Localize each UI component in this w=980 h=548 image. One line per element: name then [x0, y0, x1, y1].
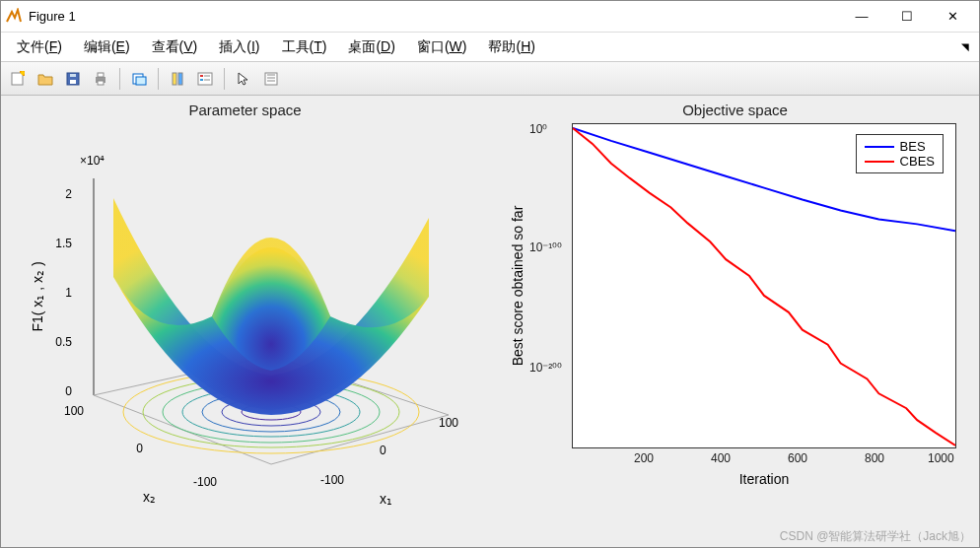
svg-rect-13: [200, 75, 203, 77]
svg-text:0.5: 0.5: [55, 335, 72, 349]
figure-area: Parameter space ×10⁴ 2 1.5 1 0.5 0 F1( x…: [1, 96, 979, 547]
new-figure-button[interactable]: [5, 66, 31, 92]
x-tick: 800: [865, 451, 884, 465]
menu-insert[interactable]: 插入(I): [209, 34, 269, 60]
svg-text:100: 100: [439, 416, 458, 430]
svg-text:-100: -100: [193, 475, 217, 489]
plot-title: Objective space: [495, 102, 975, 118]
svg-text:0: 0: [136, 442, 143, 455]
svg-text:F1( x₁ , x₂ ): F1( x₁ , x₂ ): [30, 261, 45, 331]
svg-text:×10⁴: ×10⁴: [80, 154, 105, 168]
x-tick: 200: [634, 451, 654, 465]
axes: BES CBES Best score obtained so far Iter…: [572, 123, 956, 448]
objective-space-plot[interactable]: Objective space BES CBES Best score obta…: [495, 100, 975, 543]
data-cursor-button[interactable]: [258, 66, 284, 92]
surface-chart: ×10⁴ 2 1.5 1 0.5 0 F1( x₁ , x₂ ): [25, 119, 478, 533]
x-axis-label: Iteration: [739, 471, 790, 487]
svg-text:x₁: x₁: [380, 491, 392, 507]
menu-window[interactable]: 窗口(W): [407, 34, 477, 60]
svg-rect-11: [178, 73, 182, 85]
svg-text:1: 1: [65, 286, 72, 300]
menu-help[interactable]: 帮助(H): [478, 34, 544, 60]
legend-item-bes: BES: [865, 139, 935, 154]
menubar: 文件(F) 编辑(E) 查看(V) 插入(I) 工具(T) 桌面(D) 窗口(W…: [1, 33, 979, 62]
svg-rect-0: [12, 73, 23, 85]
x-tick: 1000: [928, 451, 954, 465]
titlebar: Figure 1 — ☐ ✕: [1, 1, 979, 33]
svg-text:x₂: x₂: [143, 489, 156, 505]
legend-item-cbes: CBES: [865, 154, 935, 169]
insert-legend-button[interactable]: [192, 66, 218, 92]
svg-text:2: 2: [65, 187, 72, 201]
save-button[interactable]: [60, 66, 86, 92]
matlab-icon: [5, 8, 23, 26]
close-button[interactable]: ✕: [930, 2, 975, 32]
y-axis-label: Best score obtained so far: [510, 206, 525, 367]
pointer-button[interactable]: [231, 66, 256, 92]
menu-view[interactable]: 查看(V): [142, 34, 208, 60]
maximize-button[interactable]: ☐: [884, 2, 930, 32]
toolbar-separator: [119, 68, 120, 90]
svg-point-1: [21, 71, 25, 75]
toolbar: [1, 62, 979, 96]
svg-rect-10: [173, 73, 176, 85]
svg-rect-4: [70, 74, 76, 77]
svg-text:-100: -100: [320, 473, 344, 487]
svg-rect-14: [200, 79, 203, 81]
toolbar-separator: [158, 68, 159, 90]
window-title: Figure 1: [29, 9, 839, 24]
open-button[interactable]: [33, 66, 58, 92]
svg-rect-7: [98, 81, 104, 85]
svg-text:1.5: 1.5: [55, 237, 72, 250]
legend[interactable]: BES CBES: [856, 134, 944, 173]
link-axes-button[interactable]: [126, 66, 152, 92]
svg-rect-6: [98, 73, 104, 77]
menu-desktop[interactable]: 桌面(D): [338, 34, 404, 60]
svg-text:0: 0: [65, 384, 72, 398]
y-tick: 10⁰: [529, 122, 547, 136]
svg-text:100: 100: [64, 404, 84, 418]
menu-file[interactable]: 文件(F): [7, 34, 72, 60]
svg-text:0: 0: [380, 444, 386, 457]
x-tick: 600: [788, 451, 807, 465]
watermark: CSDN @智能算法研学社（Jack旭）: [780, 528, 971, 545]
menu-edit[interactable]: 编辑(E): [74, 34, 140, 60]
svg-rect-3: [70, 80, 76, 84]
minimize-button[interactable]: —: [839, 2, 884, 32]
menu-tools[interactable]: 工具(T): [272, 34, 337, 60]
menu-overflow-icon[interactable]: ◥: [957, 37, 973, 56]
y-tick: 10⁻²⁰⁰: [529, 361, 562, 375]
svg-rect-9: [136, 77, 146, 85]
plot-title: Parameter space: [5, 102, 485, 118]
y-tick: 10⁻¹⁰⁰: [529, 240, 562, 254]
insert-colorbar-button[interactable]: [165, 66, 190, 92]
toolbar-separator: [224, 68, 225, 90]
x-tick: 400: [711, 451, 731, 465]
print-button[interactable]: [88, 66, 113, 92]
parameter-space-plot[interactable]: Parameter space ×10⁴ 2 1.5 1 0.5 0 F1( x…: [5, 100, 485, 543]
